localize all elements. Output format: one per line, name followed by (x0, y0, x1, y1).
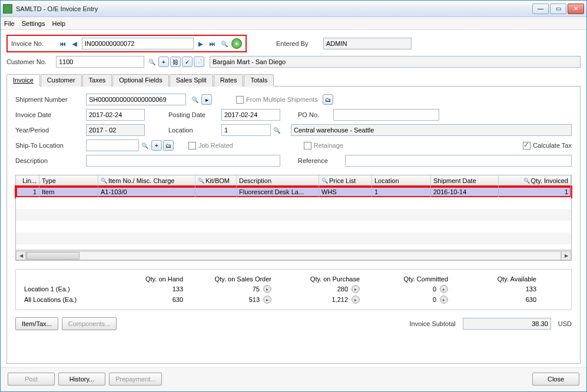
col-line[interactable]: Lin... (16, 175, 39, 186)
from-multi-checkbox[interactable] (236, 96, 244, 104)
customer-link-icon[interactable]: ⛓ (170, 57, 181, 67)
detail-grid: Lin... Type 🔍Item No./ Misc. Charge 🔍Kit… (15, 175, 572, 261)
drill-icon[interactable]: ▸ (263, 285, 271, 293)
cell-type: Item (39, 187, 98, 197)
invdate-label: Invoice Date (15, 111, 86, 118)
jobrel-label: Job Related (198, 142, 233, 149)
drill-icon[interactable]: ▸ (351, 285, 360, 293)
shipment-input[interactable] (86, 94, 186, 105)
qty-r2-purch: 1,212 (331, 296, 348, 303)
window: SAMLTD - O/E Invoice Entry — ▭ ✕ File Se… (0, 0, 587, 392)
shipment-go-icon[interactable]: ▸ (201, 94, 212, 105)
loc-finder-icon[interactable]: 🔍 (271, 125, 282, 135)
col-kit[interactable]: 🔍Kit/BOM (195, 175, 237, 186)
loc-desc-field (291, 124, 572, 136)
col-loc[interactable]: Location (372, 175, 431, 186)
tab-sales-split[interactable]: Sales Split (170, 74, 213, 87)
maximize-button[interactable]: ▭ (550, 4, 566, 14)
grid-header: Lin... Type 🔍Item No./ Misc. Charge 🔍Kit… (16, 175, 571, 187)
col-qty[interactable]: 🔍Qty. Invoiced (499, 175, 571, 186)
customer-finder-icon[interactable]: 🔍 (147, 57, 157, 67)
cell-item: A1-103/0 (98, 187, 195, 197)
drill-icon[interactable]: ▸ (440, 295, 448, 304)
shipto-input[interactable] (86, 139, 139, 151)
currency-label: USD (558, 320, 572, 327)
new-icon[interactable]: + (231, 38, 242, 49)
tab-invoice[interactable]: Invoice (6, 74, 40, 87)
close-window-button[interactable]: Close (532, 373, 579, 386)
qty-r2-label: All Locations (Ea.) (24, 295, 130, 304)
item-tax-button[interactable]: Item/Tax... (15, 317, 58, 330)
close-button[interactable]: ✕ (568, 4, 584, 14)
scroll-thumb[interactable] (26, 252, 79, 260)
last-record-icon[interactable]: ⏭ (207, 38, 218, 49)
col-desc[interactable]: Description (237, 175, 319, 186)
history-button[interactable]: History... (58, 373, 105, 386)
shipto-detail-icon[interactable]: 🗂 (163, 140, 174, 151)
grid-body[interactable] (16, 197, 571, 250)
tab-rates[interactable]: Rates (214, 74, 244, 87)
customer-note-icon[interactable]: 📄 (194, 57, 204, 67)
entered-by-field (323, 38, 412, 49)
tab-optional-fields[interactable]: Optional Fields (112, 74, 168, 87)
qty-h1: Qty. on Hand (130, 275, 195, 283)
invoice-panel: Shipment Number 🔍 ▸ From Multiple Shipme… (6, 87, 581, 364)
subtotal-label: Invoice Subtotal (409, 320, 455, 327)
tab-customer[interactable]: Customer (41, 74, 82, 87)
invoice-no-input[interactable] (82, 38, 194, 49)
ref-input[interactable] (345, 155, 572, 167)
qty-r1-purch: 280 (337, 285, 348, 293)
content: Invoice No. ⏮ ◀ ▶ ⏭ 🔍 + Entered By Custo… (1, 30, 586, 367)
invoice-no-label: Invoice No. (11, 40, 57, 47)
shipto-add-icon[interactable]: + (151, 140, 162, 151)
post-button: Post (8, 373, 55, 386)
shipto-finder-icon[interactable]: 🔍 (140, 140, 150, 151)
col-item[interactable]: 🔍Item No./ Misc. Charge (98, 175, 195, 186)
components-button: Components... (62, 317, 117, 330)
entered-by-label: Entered By (276, 40, 323, 47)
invdate-input[interactable] (86, 109, 145, 121)
shipto-label: Ship-To Location (15, 142, 86, 149)
menubar: File Settings Help (1, 17, 586, 30)
retain-checkbox (304, 142, 311, 150)
col-type[interactable]: Type (39, 175, 98, 186)
postdate-label: Posting Date (168, 111, 221, 118)
finder-icon[interactable]: 🔍 (219, 38, 230, 49)
desc-input[interactable] (86, 155, 280, 167)
scroll-right-icon[interactable]: ▶ (561, 251, 571, 260)
first-record-icon[interactable]: ⏮ (58, 38, 68, 49)
shipment-finder-icon[interactable]: 🔍 (190, 94, 200, 105)
customer-add-icon[interactable]: + (158, 57, 169, 67)
qty-h2: Qty. on Sales Order (195, 275, 283, 283)
drill-icon[interactable]: ▸ (351, 295, 360, 304)
minimize-button[interactable]: — (532, 4, 549, 14)
scroll-left-icon[interactable]: ◀ (16, 251, 26, 260)
customer-check-icon[interactable]: ✓ (182, 57, 193, 67)
grid-hscroll[interactable]: ◀ ▶ (16, 250, 571, 260)
col-price[interactable]: 🔍Price List (319, 175, 372, 186)
menu-settings[interactable]: Settings (22, 20, 45, 27)
grid-row-selected[interactable]: 1 Item A1-103/0 Fluorescent Desk La... W… (16, 187, 571, 197)
next-record-icon[interactable]: ▶ (195, 38, 206, 49)
desc-label: Description (15, 157, 86, 164)
col-shipdate[interactable]: Shipment Date (431, 175, 499, 186)
pono-label: PO No. (298, 111, 333, 118)
postdate-input[interactable] (221, 109, 280, 121)
drill-icon[interactable]: ▸ (440, 285, 448, 293)
multi-shipment-icon[interactable]: 🗂 (323, 94, 333, 105)
jobrel-checkbox (188, 142, 196, 150)
qty-r2-commit: 0 (433, 296, 436, 303)
qty-r2-avail: 630 (526, 296, 536, 303)
menu-help[interactable]: Help (52, 20, 65, 27)
tab-totals[interactable]: Totals (244, 74, 274, 87)
cell-qty: 1 (499, 187, 571, 197)
calctax-checkbox[interactable] (523, 142, 530, 150)
pono-input[interactable] (333, 109, 439, 121)
customer-no-input[interactable] (56, 56, 144, 68)
prev-record-icon[interactable]: ◀ (69, 38, 80, 49)
menu-file[interactable]: File (4, 20, 15, 27)
tab-taxes[interactable]: Taxes (82, 74, 112, 87)
loc-label: Location (168, 127, 221, 134)
drill-icon[interactable]: ▸ (263, 295, 271, 304)
loc-input[interactable] (221, 124, 271, 136)
